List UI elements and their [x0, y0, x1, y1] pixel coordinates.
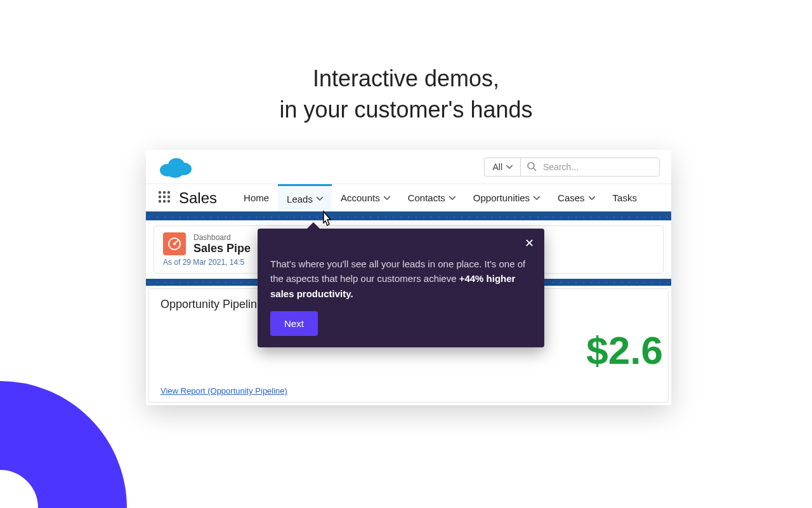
tooltip-body: That's where you'll see all your leads i… [270, 257, 532, 301]
svg-point-13 [163, 199, 166, 202]
chevron-down-icon [534, 196, 540, 200]
chevron-down-icon [317, 197, 323, 201]
gauge-icon [163, 232, 186, 255]
search-input[interactable]: Search... [520, 157, 660, 177]
decorative-circle [0, 381, 127, 508]
svg-point-10 [163, 195, 166, 197]
tab-tasks-label: Tasks [613, 192, 637, 203]
salesforce-logo [157, 155, 484, 179]
app-title: Sales [179, 189, 217, 207]
svg-point-4 [528, 163, 534, 169]
tooltip-arrow [307, 222, 320, 229]
tab-contacts-label: Contacts [408, 192, 445, 203]
chevron-down-icon [506, 165, 513, 169]
tab-accounts-label: Accounts [341, 192, 380, 203]
search-scope-label: All [492, 162, 502, 172]
pattern-band [146, 213, 671, 220]
search-scope-dropdown[interactable]: All [484, 157, 520, 177]
search-icon [527, 162, 537, 171]
svg-point-14 [167, 199, 170, 202]
cloud-logo-icon [157, 155, 193, 179]
tab-tasks[interactable]: Tasks [604, 184, 646, 211]
svg-point-17 [173, 243, 176, 245]
search-placeholder: Search... [543, 162, 579, 172]
svg-point-3 [166, 165, 184, 178]
tab-home[interactable]: Home [235, 184, 278, 211]
dashboard-title: Sales Pipe [193, 242, 251, 255]
svg-line-5 [534, 168, 536, 171]
svg-point-12 [159, 199, 161, 202]
tab-leads-label: Leads [287, 194, 313, 204]
chevron-down-icon [589, 196, 595, 200]
onboarding-tooltip: ✕ That's where you'll see all your leads… [258, 229, 544, 347]
tab-opportunities[interactable]: Opportunities [464, 184, 549, 211]
close-icon[interactable]: ✕ [525, 237, 534, 249]
tab-opportunities-label: Opportunities [473, 192, 530, 203]
hero-line1: Interactive demos, [0, 64, 812, 95]
svg-point-8 [167, 190, 170, 193]
tab-accounts[interactable]: Accounts [332, 184, 399, 211]
tab-home-label: Home [244, 192, 269, 203]
hero-title: Interactive demos, in your customer's ha… [0, 64, 812, 125]
salesforce-header: All Search... [146, 150, 671, 184]
next-button[interactable]: Next [270, 311, 318, 336]
salesforce-nav: Sales Home Leads Accounts Contacts Oppor… [146, 184, 671, 213]
app-launcher-icon[interactable] [157, 190, 171, 206]
tab-cases[interactable]: Cases [549, 184, 604, 211]
view-report-link[interactable]: View Report (Opportunity Pipeline) [160, 386, 287, 396]
hero-line2: in your customer's hands [0, 95, 812, 126]
svg-point-7 [163, 190, 166, 193]
tab-leads[interactable]: Leads [278, 184, 332, 211]
tab-cases-label: Cases [558, 192, 585, 203]
dashboard-label: Dashboard [193, 233, 251, 242]
pipeline-big-value: $2.6 [586, 328, 663, 373]
svg-point-9 [159, 195, 161, 197]
chevron-down-icon [384, 196, 390, 200]
chevron-down-icon [449, 196, 455, 200]
svg-point-11 [167, 195, 170, 197]
tab-contacts[interactable]: Contacts [399, 184, 464, 211]
svg-point-6 [159, 190, 161, 193]
